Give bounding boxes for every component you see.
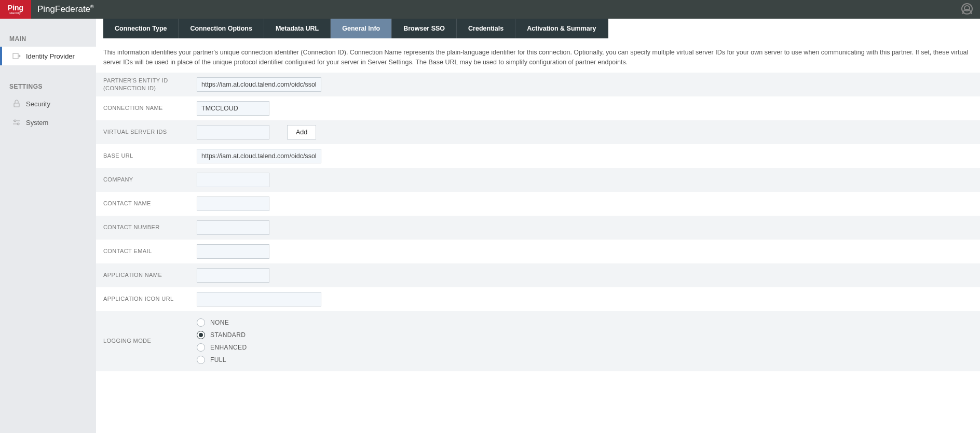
connection-name-label: CONNECTION NAME [103, 104, 197, 111]
main-content: Connection Type Connection Options Metad… [96, 19, 980, 433]
app-header: Ping Identity. PingFederate® [0, 0, 980, 19]
application-name-label: APPLICATION NAME [103, 271, 197, 278]
company-label: COMPANY [103, 176, 197, 183]
svg-rect-0 [13, 53, 18, 59]
row-application-icon-url: APPLICATION ICON URL [96, 287, 980, 311]
tab-connection-type[interactable]: Connection Type [103, 19, 179, 38]
radio-logging-full[interactable]: FULL [197, 356, 247, 364]
brand-name: PingFederate® [37, 4, 94, 15]
sliders-icon [12, 118, 21, 127]
logo-main: Ping [8, 4, 23, 11]
row-contact-email: CONTACT EMAIL [96, 240, 980, 263]
contact-email-input[interactable] [197, 244, 269, 259]
sidebar-section-settings: SETTINGS [0, 79, 96, 94]
logging-mode-radio-group: NONE STANDARD ENHANCED FULL [197, 316, 247, 366]
base-url-input[interactable] [197, 149, 321, 163]
svg-rect-1 [14, 103, 19, 107]
radio-icon [197, 356, 205, 364]
sidebar-item-label: Security [26, 100, 50, 108]
company-input[interactable] [197, 173, 269, 187]
application-icon-url-input[interactable] [197, 292, 321, 306]
contact-email-label: CONTACT EMAIL [103, 247, 197, 255]
tab-description: This information identifies your partner… [96, 38, 980, 73]
radio-icon [197, 331, 205, 339]
row-logging-mode: LOGGING MODE NONE STANDARD ENHANCED FULL [96, 311, 980, 371]
row-company: COMPANY [96, 168, 980, 192]
application-name-input[interactable] [197, 268, 269, 283]
sidebar-item-security[interactable]: Security [0, 94, 96, 113]
row-connection-name: CONNECTION NAME [96, 96, 980, 120]
sidebar-item-identity-provider[interactable]: Identity Provider [0, 47, 96, 65]
sidebar: MAIN Identity Provider SETTINGS Security… [0, 19, 96, 433]
form: PARTNER'S ENTITY ID (CONNECTION ID) CONN… [96, 73, 980, 371]
svg-point-5 [17, 123, 19, 125]
radio-logging-none[interactable]: NONE [197, 318, 247, 327]
entity-id-input[interactable] [197, 77, 321, 92]
radio-icon [197, 343, 205, 352]
entity-id-label: PARTNER'S ENTITY ID (CONNECTION ID) [103, 77, 197, 92]
virtual-server-ids-label: VIRTUAL SERVER IDS [103, 128, 197, 135]
tab-activation-summary[interactable]: Activation & Summary [515, 19, 608, 38]
identity-provider-icon [12, 52, 21, 60]
lock-icon [12, 100, 21, 108]
tab-metadata-url[interactable]: Metadata URL [264, 19, 331, 38]
contact-name-label: CONTACT NAME [103, 200, 197, 207]
contact-number-label: CONTACT NUMBER [103, 224, 197, 231]
radio-logging-standard[interactable]: STANDARD [197, 331, 247, 339]
sidebar-item-label: Identity Provider [26, 52, 75, 60]
user-avatar-icon[interactable] [961, 3, 973, 15]
row-contact-number: CONTACT NUMBER [96, 216, 980, 240]
contact-name-input[interactable] [197, 197, 269, 211]
sidebar-item-system[interactable]: System [0, 113, 96, 132]
row-application-name: APPLICATION NAME [96, 263, 980, 287]
connection-name-input[interactable] [197, 101, 269, 116]
row-base-url: BASE URL [96, 144, 980, 168]
add-button[interactable]: Add [287, 125, 316, 139]
logging-mode-label: LOGGING MODE [103, 337, 197, 344]
radio-logging-enhanced[interactable]: ENHANCED [197, 343, 247, 352]
brand-logo: Ping Identity. [0, 0, 31, 19]
radio-icon [197, 318, 205, 327]
tab-general-info[interactable]: General Info [331, 19, 392, 38]
tab-browser-sso[interactable]: Browser SSO [392, 19, 457, 38]
application-icon-url-label: APPLICATION ICON URL [103, 295, 197, 302]
tab-connection-options[interactable]: Connection Options [179, 19, 264, 38]
svg-point-3 [14, 120, 16, 122]
virtual-server-ids-input[interactable] [197, 125, 269, 139]
logo-sub: Identity. [9, 11, 21, 15]
sidebar-section-main: MAIN [0, 31, 96, 47]
base-url-label: BASE URL [103, 152, 197, 159]
tab-credentials[interactable]: Credentials [457, 19, 515, 38]
row-virtual-server-ids: VIRTUAL SERVER IDS Add [96, 120, 980, 144]
sidebar-item-label: System [26, 119, 48, 127]
wizard-tabs: Connection Type Connection Options Metad… [103, 19, 980, 38]
row-contact-name: CONTACT NAME [96, 192, 980, 216]
contact-number-input[interactable] [197, 220, 269, 235]
row-entity-id: PARTNER'S ENTITY ID (CONNECTION ID) [96, 73, 980, 96]
